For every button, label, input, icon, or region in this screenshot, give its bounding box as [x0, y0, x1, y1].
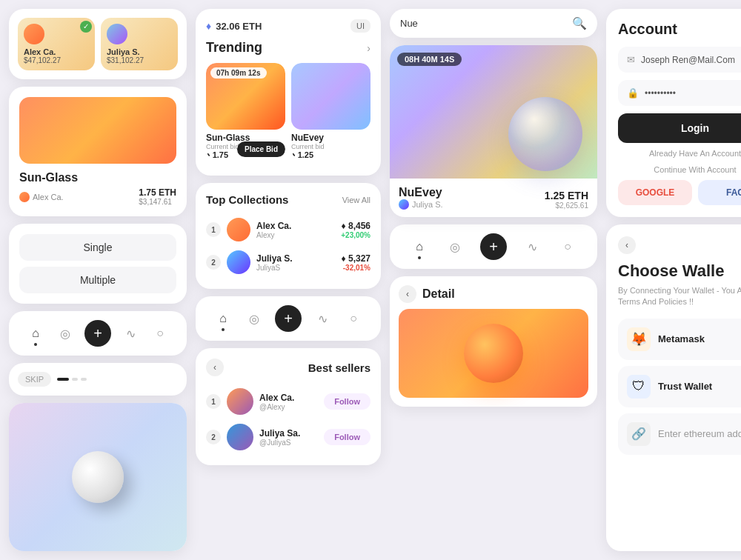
activity-nav-icon-2[interactable]: ∿	[312, 308, 333, 329]
profile-nav-icon-3[interactable]: ○	[557, 236, 578, 257]
nft-preview-image	[19, 97, 176, 164]
account-title: Account	[618, 21, 741, 38]
seller-item-2: 2 Juliya Sa. @JuliyaS Follow	[206, 419, 370, 455]
trending-item-2[interactable]: NuEvey Current bid ♦ 1.25	[291, 63, 370, 159]
home-nav-icon[interactable]: ⌂	[25, 323, 46, 344]
seller-avatar-2	[227, 424, 253, 450]
google-button[interactable]: GOOGLE	[618, 180, 692, 205]
trending-name-2: NuEvey	[291, 133, 370, 143]
featured-creator: Juliya S.	[399, 199, 443, 210]
choose-wallet-card: ‹ Choose Walle By Connecting Your Wallet…	[606, 224, 741, 551]
top-collections-card: Top Collections View All 1 Alex Ca. Alex…	[196, 183, 381, 289]
coll-stats-2: ♦ 5,327 -32,01%	[342, 253, 371, 272]
password-value: ••••••••••	[645, 88, 741, 99]
trending-title: Trending	[206, 40, 262, 56]
seller-item-1: 1 Alex Ca. @Alexy Follow	[206, 384, 370, 419]
coll-avatar-1	[227, 218, 250, 241]
user-2-avatar	[107, 24, 127, 44]
wallet-back-button[interactable]: ‹	[618, 236, 636, 254]
coll-stats-1: ♦ 8,456 +23,00%	[341, 221, 370, 239]
follow-button-1[interactable]: Follow	[324, 393, 370, 410]
search-nav-icon-2[interactable]: ◎	[244, 308, 265, 329]
search-nav-icon[interactable]: ◎	[55, 323, 76, 344]
password-field[interactable]: 🔒 ••••••••••	[618, 80, 741, 106]
dot-1	[57, 378, 69, 381]
email-field[interactable]: ✉ Joseph Ren@Mail.Com	[618, 47, 741, 73]
single-type-button[interactable]: Single	[19, 234, 176, 261]
activity-nav-icon[interactable]: ∿	[120, 323, 141, 344]
column-4: Account ✉ Joseph Ren@Mail.Com 🔒 ••••••••…	[606, 9, 741, 551]
best-sellers-header: ‹ Best sellers	[206, 359, 370, 376]
trending-img-2	[291, 63, 370, 130]
wallet-description: By Connecting Your Wallet - You A Privac…	[618, 285, 741, 308]
featured-sphere	[508, 97, 582, 171]
facebook-button[interactable]: FAC	[698, 180, 741, 205]
home-nav-icon-2[interactable]: ⌂	[213, 308, 233, 329]
collection-item-2[interactable]: 2 Juliya S. JuliyaS ♦ 5,327 -32,01%	[206, 246, 370, 279]
metamask-icon: 🦊	[627, 327, 651, 351]
onboarding-card: SKIP	[9, 363, 187, 396]
multiple-type-button[interactable]: Multiple	[19, 267, 176, 293]
column-2: ♦ 32.06 ETH UI Trending › 07h 09m 12s Su…	[196, 9, 381, 551]
metamask-option[interactable]: 🦊 Metamask ›	[618, 319, 741, 360]
featured-nft-card: 08H 40M 14S NuEvey Juliya S. 1.25 ETH $2…	[390, 45, 597, 217]
search-bar: 🔍	[390, 9, 597, 38]
collections-title: Top Collections	[206, 193, 288, 206]
eth-address-option[interactable]: 🔗 Enter ethereum addre...	[618, 413, 741, 455]
view-all-link[interactable]: View All	[342, 196, 370, 204]
trust-wallet-label: Trust Wallet	[658, 381, 741, 392]
column-1: Alex Ca. $47,102.27 Juliya S. $31,102.27…	[9, 9, 187, 551]
add-nav-button-2[interactable]: +	[275, 305, 302, 332]
search-nav-icon-3[interactable]: ◎	[445, 236, 465, 257]
search-input[interactable]	[400, 18, 566, 29]
user-1-amount: $47,102.27	[24, 56, 89, 64]
nft-title: Sun-Glass	[19, 171, 176, 184]
add-nav-button[interactable]: +	[84, 320, 111, 347]
trust-wallet-option[interactable]: 🛡 Trust Wallet ›	[618, 366, 741, 407]
eth-address-icon: 🔗	[627, 422, 651, 446]
ui-badge: UI	[350, 19, 370, 33]
user-1-name: Alex Ca.	[24, 47, 89, 56]
user-card-2[interactable]: Juliya S. $31,102.27	[101, 18, 178, 70]
profile-nav-icon[interactable]: ○	[150, 323, 170, 344]
column-3: 🔍 08H 40M 14S NuEvey Juliya S. 1.25 ETH	[390, 9, 597, 551]
3d-sphere	[72, 451, 124, 503]
bid-label-2: Current bid	[291, 143, 370, 150]
featured-price: 1.25 ETH $2,625.61	[545, 190, 588, 210]
profile-nav-icon-2[interactable]: ○	[343, 308, 364, 329]
featured-usd: $2,625.61	[545, 201, 588, 210]
trending-header: ♦ 32.06 ETH UI	[206, 19, 370, 33]
add-nav-button-3[interactable]: +	[480, 233, 507, 260]
home-nav-icon-3[interactable]: ⌂	[409, 236, 430, 257]
coll-info-1: Alex Ca. Alexy	[256, 221, 335, 239]
featured-nft-image: 08H 40M 14S	[390, 45, 597, 179]
type-selection-card: Single Multiple	[9, 224, 187, 304]
collections-header: Top Collections View All	[206, 193, 370, 206]
place-bid-button[interactable]: Place Bid	[237, 141, 285, 157]
nav-bar-2: ⌂ ◎ + ∿ ○	[196, 296, 381, 341]
search-icon[interactable]: 🔍	[572, 16, 587, 30]
detail-image	[399, 309, 588, 398]
featured-eth: 1.25 ETH	[545, 190, 588, 201]
trending-item-1[interactable]: 07h 09m 12s Sun-Glass Current bid ♦ 1.75…	[206, 63, 285, 159]
detail-back-button[interactable]: ‹	[399, 285, 416, 303]
activity-nav-icon-3[interactable]: ∿	[522, 236, 542, 257]
skip-button[interactable]: SKIP	[18, 372, 51, 387]
collection-item-1[interactable]: 1 Alex Ca. Alexy ♦ 8,456 +23,00%	[206, 213, 370, 246]
nav-bar-3: ⌂ ◎ + ∿ ○	[390, 224, 597, 269]
coll-info-2: Juliya S. JuliyaS	[256, 253, 336, 272]
eth-address-placeholder: Enter ethereum addre...	[658, 428, 741, 439]
follow-button-2[interactable]: Follow	[324, 429, 370, 445]
login-button[interactable]: Login	[618, 113, 741, 143]
detail-title: Detail	[422, 287, 455, 301]
creator-avatar-featured	[399, 199, 409, 210]
already-account-text: Already Have An Account	[618, 149, 741, 158]
seller-info-2: Juliya Sa. @JuliyaS	[259, 428, 300, 447]
trending-arrow[interactable]: ›	[367, 42, 370, 54]
nft-creator: Alex Ca.	[19, 192, 64, 202]
seller-avatar-1	[227, 388, 253, 415]
user-card-1[interactable]: Alex Ca. $47,102.27	[18, 18, 95, 70]
coll-avatar-2	[227, 250, 250, 274]
best-sellers-back-button[interactable]: ‹	[206, 359, 224, 376]
dot-3	[81, 378, 87, 381]
